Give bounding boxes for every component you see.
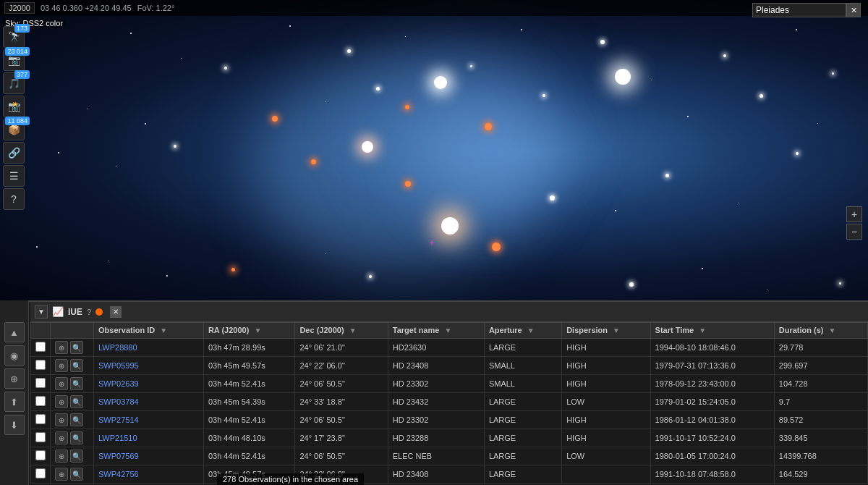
row-aperture-6: LARGE bbox=[484, 447, 561, 465]
search-clear-button[interactable]: ✕ bbox=[846, 3, 861, 17]
col-obs-id[interactable]: Observation ID ▼ bbox=[94, 323, 204, 339]
panel-help-icon[interactable]: ? bbox=[87, 308, 91, 316]
obs-link-5[interactable]: LWP21510 bbox=[98, 434, 137, 442]
row-start-0: 1994-08-10 18:08:46.0 bbox=[650, 339, 774, 357]
filter-obs-id-icon[interactable]: ▼ bbox=[160, 326, 169, 335]
filter-aperture-icon[interactable]: ▼ bbox=[527, 326, 536, 335]
row-actions-cell: ⊕ 🔍 bbox=[51, 375, 94, 393]
row-dec-4: 24° 06' 50.5" bbox=[295, 411, 388, 429]
row-dec-3: 24° 33' 18.8" bbox=[295, 393, 388, 411]
col-dec[interactable]: Dec (J2000) ▼ bbox=[295, 323, 388, 339]
panel-nav-circle[interactable]: ⊕ bbox=[4, 368, 25, 389]
row-center-btn-1[interactable]: ⊕ bbox=[55, 359, 68, 372]
row-dec-0: 24° 06' 21.0" bbox=[295, 339, 388, 357]
row-center-btn-5[interactable]: ⊕ bbox=[55, 431, 68, 444]
row-actions-cell: ⊕ 🔍 bbox=[51, 465, 94, 484]
row-search-btn-3[interactable]: 🔍 bbox=[70, 395, 83, 408]
filter-ra-icon[interactable]: ▼ bbox=[254, 326, 263, 335]
row-duration-4: 89.572 bbox=[774, 411, 867, 429]
panel-nav-download[interactable]: ⬇ bbox=[4, 415, 25, 435]
panel-nav-up[interactable]: ▲ bbox=[4, 322, 25, 342]
obs-link-7[interactable]: SWP42756 bbox=[98, 470, 139, 478]
sidebar-btn-share[interactable]: 🔗 bbox=[3, 142, 25, 164]
obs-link-6[interactable]: SWP07569 bbox=[98, 452, 139, 460]
panel-status-dot bbox=[95, 308, 103, 316]
obs-link-3[interactable]: SWP03784 bbox=[98, 397, 139, 406]
row-search-btn-4[interactable]: 🔍 bbox=[70, 413, 83, 426]
sidebar-btn-photos[interactable]: 📸 bbox=[3, 96, 25, 117]
fov-display: FoV: 1.22° bbox=[137, 4, 175, 12]
epoch-selector[interactable]: J2000 bbox=[4, 2, 35, 14]
table-scroll-area[interactable]: Observation ID ▼ RA (J2000) ▼ Dec (J2000… bbox=[30, 322, 868, 485]
col-dispersion[interactable]: Dispersion ▼ bbox=[562, 323, 650, 339]
sidebar-btn-catalog[interactable]: 🔭 173 bbox=[3, 26, 25, 48]
row-center-btn-0[interactable]: ⊕ bbox=[55, 341, 68, 354]
row-checkbox-2[interactable] bbox=[35, 378, 46, 388]
zoom-controls: + − bbox=[846, 206, 862, 240]
row-aperture-3: LARGE bbox=[484, 393, 561, 411]
row-checkbox-3[interactable] bbox=[35, 396, 46, 406]
panel-close-button[interactable]: ✕ bbox=[110, 306, 122, 318]
filter-duration-icon[interactable]: ▼ bbox=[829, 326, 838, 335]
row-start-6: 1980-01-05 17:00:24.0 bbox=[650, 447, 774, 465]
col-aperture[interactable]: Aperture ▼ bbox=[484, 323, 561, 339]
col-target[interactable]: Target name ▼ bbox=[388, 323, 484, 339]
filter-dec-icon[interactable]: ▼ bbox=[349, 326, 358, 335]
row-target-2: HD 23302 bbox=[388, 375, 484, 393]
row-search-btn-0[interactable]: 🔍 bbox=[70, 341, 83, 354]
filter-dispersion-icon[interactable]: ▼ bbox=[613, 326, 621, 335]
row-search-btn-2[interactable]: 🔍 bbox=[70, 377, 83, 390]
row-search-btn-1[interactable]: 🔍 bbox=[70, 359, 83, 372]
col-checkbox bbox=[31, 323, 51, 339]
row-checkbox-5[interactable] bbox=[35, 432, 46, 442]
row-target-0: HD23630 bbox=[388, 339, 484, 357]
row-start-1: 1979-07-31 07:13:36.0 bbox=[650, 357, 774, 375]
obs-link-0[interactable]: LWP28880 bbox=[98, 343, 137, 352]
panel-chart-icon: 📈 bbox=[52, 306, 64, 317]
row-checkbox-6[interactable] bbox=[35, 450, 46, 460]
panel-nav-share[interactable]: ⬆ bbox=[4, 392, 25, 412]
panel-collapse-button[interactable]: ▼ bbox=[35, 305, 48, 319]
filter-target-icon[interactable]: ▼ bbox=[444, 326, 453, 335]
row-checkbox-7[interactable] bbox=[35, 468, 46, 478]
zoom-out-button[interactable]: − bbox=[846, 224, 862, 240]
obs-link-1[interactable]: SWP05995 bbox=[98, 361, 139, 370]
obs-link-2[interactable]: SWP02639 bbox=[98, 379, 139, 388]
row-search-btn-5[interactable]: 🔍 bbox=[70, 431, 83, 444]
row-obs-id-2: SWP02639 bbox=[94, 375, 204, 393]
row-dispersion-1: HIGH bbox=[562, 357, 650, 375]
row-checkbox-0[interactable] bbox=[35, 342, 46, 352]
col-start[interactable]: Start Time ▼ bbox=[650, 323, 774, 339]
row-checkbox-4[interactable] bbox=[35, 414, 46, 424]
row-dispersion-2: HIGH bbox=[562, 375, 650, 393]
row-checkbox-1[interactable] bbox=[35, 360, 46, 370]
filter-start-icon[interactable]: ▼ bbox=[699, 326, 707, 335]
panel-nav-filter[interactable]: ◉ bbox=[4, 345, 25, 366]
row-center-btn-3[interactable]: ⊕ bbox=[55, 395, 68, 408]
row-ra-2: 03h 44m 52.41s bbox=[203, 375, 295, 393]
sidebar-btn-menu[interactable]: ☰ bbox=[3, 165, 25, 187]
row-dec-2: 24° 06' 50.5" bbox=[295, 375, 388, 393]
row-ra-3: 03h 45m 54.39s bbox=[203, 393, 295, 411]
row-search-btn-6[interactable]: 🔍 bbox=[70, 450, 83, 463]
col-duration[interactable]: Duration (s) ▼ bbox=[774, 323, 867, 339]
row-dispersion-3: LOW bbox=[562, 393, 650, 411]
col-actions bbox=[51, 323, 94, 339]
row-center-btn-7[interactable]: ⊕ bbox=[55, 468, 68, 481]
row-center-btn-4[interactable]: ⊕ bbox=[55, 413, 68, 426]
sidebar-btn-help[interactable]: ? bbox=[3, 188, 25, 210]
sidebar-btn-images[interactable]: 📷 23 014 bbox=[3, 49, 25, 71]
row-search-btn-7[interactable]: 🔍 bbox=[70, 468, 83, 481]
col-ra[interactable]: RA (J2000) ▼ bbox=[203, 323, 295, 339]
row-actions-cell: ⊕ 🔍 bbox=[51, 447, 94, 465]
row-aperture-1: SMALL bbox=[484, 357, 561, 375]
obs-link-4[interactable]: SWP27514 bbox=[98, 416, 139, 424]
row-center-btn-6[interactable]: ⊕ bbox=[55, 450, 68, 463]
sidebar-btn-data[interactable]: 📦 11 084 bbox=[3, 119, 25, 140]
row-duration-1: 299.697 bbox=[774, 357, 867, 375]
row-duration-6: 14399.768 bbox=[774, 447, 867, 465]
sidebar-btn-spectra[interactable]: 🎵 377 bbox=[3, 72, 25, 94]
search-input[interactable] bbox=[752, 3, 846, 17]
zoom-in-button[interactable]: + bbox=[846, 206, 862, 222]
row-center-btn-2[interactable]: ⊕ bbox=[55, 377, 68, 390]
